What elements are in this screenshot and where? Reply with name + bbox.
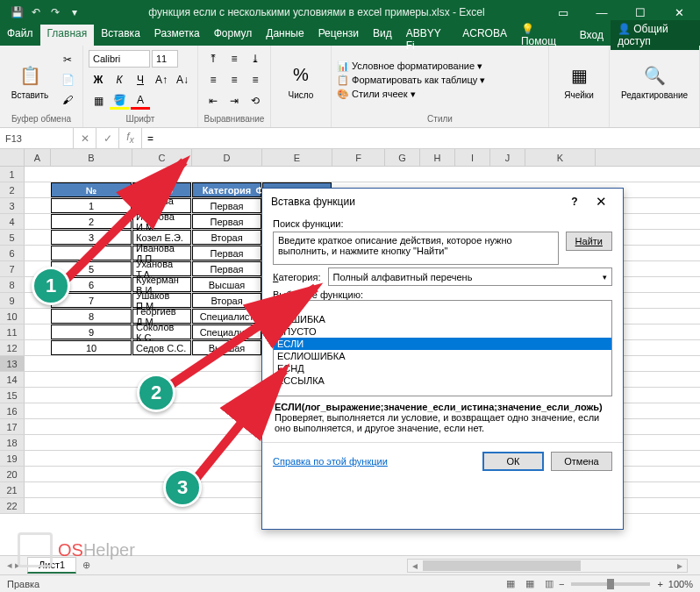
- table-cell[interactable]: Первая: [192, 246, 261, 260]
- row-header[interactable]: 20: [0, 467, 25, 481]
- formula-bar[interactable]: =: [142, 128, 700, 148]
- page-layout-button[interactable]: ▦: [520, 578, 539, 589]
- column-header[interactable]: B: [51, 149, 132, 166]
- redo-icon[interactable]: ↷: [47, 4, 63, 20]
- row-header[interactable]: 13: [0, 356, 25, 371]
- dialog-help-icon[interactable]: ?: [561, 196, 588, 208]
- row-header[interactable]: 3: [0, 198, 25, 213]
- dialog-close-button[interactable]: ✕: [588, 194, 614, 210]
- bold-button[interactable]: Ж: [89, 71, 108, 89]
- row-header[interactable]: 11: [0, 325, 25, 339]
- row-header[interactable]: 16: [0, 403, 25, 418]
- column-header[interactable]: I: [455, 149, 490, 166]
- normal-view-button[interactable]: ▦: [501, 578, 520, 589]
- increase-indent-button[interactable]: ⇥: [225, 92, 244, 110]
- tab-data[interactable]: Данные: [259, 25, 311, 46]
- table-cell[interactable]: Седов С.С.: [132, 340, 191, 355]
- table-cell[interactable]: 9: [51, 325, 132, 339]
- zoom-level[interactable]: 100%: [668, 579, 693, 589]
- align-bottom-button[interactable]: ⤓: [246, 50, 265, 68]
- row-header[interactable]: 4: [0, 214, 25, 229]
- sign-in[interactable]: Вход: [573, 26, 611, 44]
- zoom-slider[interactable]: [571, 582, 650, 586]
- row-header[interactable]: 21: [0, 482, 25, 497]
- border-button[interactable]: ▦: [89, 92, 108, 110]
- row-header[interactable]: 10: [0, 309, 25, 324]
- font-size-combo[interactable]: 11: [152, 50, 178, 68]
- format-table-button[interactable]: 📋 Форматировать как таблицу ▾: [337, 75, 485, 86]
- align-middle-button[interactable]: ≡: [225, 50, 244, 68]
- copy-icon[interactable]: 📄: [58, 71, 77, 89]
- column-header[interactable]: C: [132, 149, 192, 166]
- row-header[interactable]: 14: [0, 372, 25, 387]
- table-cell[interactable]: Первая: [192, 198, 261, 213]
- decrease-indent-button[interactable]: ⇤: [204, 92, 223, 110]
- name-box[interactable]: F13: [0, 128, 74, 148]
- table-cell[interactable]: Вторая: [192, 230, 261, 245]
- italic-button[interactable]: К: [110, 71, 129, 89]
- orientation-button[interactable]: ⟲: [246, 92, 265, 110]
- align-left-button[interactable]: ≡: [204, 71, 223, 89]
- qat-dropdown-icon[interactable]: ▾: [67, 4, 82, 20]
- row-header[interactable]: 6: [0, 246, 25, 260]
- function-item[interactable]: ЕСЛИОШИБКА: [274, 350, 611, 362]
- column-header[interactable]: A: [25, 149, 51, 166]
- table-cell[interactable]: 1: [51, 198, 132, 213]
- function-item[interactable]: ЕСЛИ: [274, 338, 611, 350]
- tab-file[interactable]: Файл: [0, 25, 40, 46]
- column-header[interactable]: F: [332, 149, 385, 166]
- paste-button[interactable]: 📋 Вставить: [5, 47, 54, 112]
- increase-font-button[interactable]: A↑: [152, 71, 171, 89]
- find-button[interactable]: Найти: [566, 232, 612, 251]
- undo-icon[interactable]: ↶: [28, 4, 44, 20]
- cancel-button[interactable]: Отмена: [551, 452, 612, 471]
- format-painter-icon[interactable]: 🖌: [58, 91, 77, 109]
- cut-icon[interactable]: ✂: [58, 51, 77, 68]
- horizontal-scrollbar[interactable]: ◂▸: [407, 559, 688, 573]
- table-cell[interactable]: Иванова И.М.: [132, 214, 191, 229]
- tab-insert[interactable]: Вставка: [94, 25, 147, 46]
- column-header[interactable]: G: [385, 149, 420, 166]
- save-icon[interactable]: 💾: [9, 4, 25, 20]
- table-cell[interactable]: Высшая: [192, 277, 261, 292]
- function-item[interactable]: ЕСНД: [274, 362, 611, 374]
- category-select[interactable]: Полный алфавитный перечень▾: [328, 267, 613, 286]
- conditional-format-button[interactable]: 📊 Условное форматирование ▾: [337, 61, 482, 72]
- insert-function-icon[interactable]: fx: [119, 128, 142, 148]
- tab-review[interactable]: Рецензи: [311, 25, 366, 46]
- cell-styles-button[interactable]: 🎨 Стили ячеек ▾: [337, 89, 416, 100]
- underline-button[interactable]: Ч: [131, 71, 150, 89]
- fill-color-button[interactable]: 🪣: [110, 92, 129, 110]
- align-top-button[interactable]: ⤒: [204, 50, 223, 68]
- row-header[interactable]: 12: [0, 340, 25, 355]
- table-cell[interactable]: Категория: [192, 182, 261, 197]
- enter-formula-icon[interactable]: ✓: [96, 128, 119, 148]
- number-button[interactable]: % Число: [276, 47, 325, 112]
- row-header[interactable]: 17: [0, 419, 25, 434]
- table-cell[interactable]: 8: [51, 309, 132, 324]
- align-right-button[interactable]: ≡: [246, 71, 265, 89]
- function-item[interactable]: ЕОШИБКА: [274, 313, 611, 325]
- row-header[interactable]: 7: [0, 261, 25, 276]
- table-cell[interactable]: Первая: [192, 261, 261, 276]
- font-name-combo[interactable]: Calibri: [89, 50, 150, 68]
- row-header[interactable]: 22: [0, 498, 25, 513]
- row-header[interactable]: 15: [0, 388, 25, 403]
- tab-view[interactable]: Вид: [366, 25, 399, 46]
- column-header[interactable]: J: [490, 149, 525, 166]
- cancel-formula-icon[interactable]: ✕: [74, 128, 96, 148]
- table-cell[interactable]: 3: [51, 230, 132, 245]
- table-cell[interactable]: Специалист: [192, 325, 261, 339]
- font-color-button[interactable]: A: [131, 92, 150, 110]
- table-cell[interactable]: Высшая: [192, 340, 261, 355]
- zoom-out-button[interactable]: −: [559, 579, 564, 589]
- row-header[interactable]: 2: [0, 182, 25, 197]
- cells-button[interactable]: ▦ Ячейки: [554, 47, 604, 112]
- row-header[interactable]: 1: [0, 167, 25, 182]
- table-cell[interactable]: №: [51, 182, 132, 197]
- table-cell[interactable]: Специалист: [192, 309, 261, 324]
- table-cell[interactable]: 10: [51, 340, 132, 355]
- column-header[interactable]: H: [420, 149, 455, 166]
- function-item[interactable]: ЕССЫЛКА: [274, 374, 611, 387]
- editing-button[interactable]: 🔍 Редактирование: [615, 47, 694, 112]
